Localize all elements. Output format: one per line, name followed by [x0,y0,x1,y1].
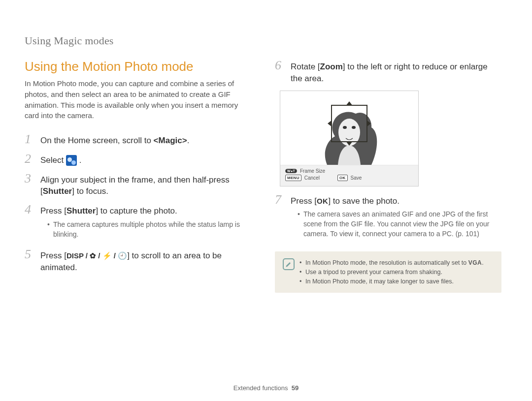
step-number: 7 [275,193,286,206]
handle-left-icon [328,120,332,127]
step-4-sublist: The camera captures multiple photos whil… [40,220,251,239]
save-label: Save [351,175,362,181]
handle-down-icon [346,141,353,146]
step-bold: <Magic> [154,136,187,145]
step-bold: Shutter [66,206,96,216]
step-1: 1 On the Home screen, scroll to <Magic>. [25,133,251,147]
step-text: Press [ [291,196,317,206]
step-text-post: ] to focus. [72,186,108,196]
ok-button-glyph: OK [317,196,329,206]
step-6: 6 Rotate [Zoom] to the left or right to … [275,59,501,85]
step-text: Rotate [ [291,62,320,71]
portrait-illustration [280,91,418,165]
step-7-subitem: The camera saves an animated GIF and one… [298,210,501,239]
step-text: Press [ [40,251,66,260]
breadcrumb: Using Magic modes [25,34,507,47]
step-text-post: . [187,136,190,145]
disp-icons: DISP / ✿ / ⚡ / 🕘 [66,250,127,261]
step-text: Select [40,155,66,165]
crop-focus-box [331,105,367,142]
note-item-2: Use a tripod to prevent your camera from… [299,268,484,277]
left-column: Using the Motion Photo mode In Motion Ph… [25,59,251,293]
step-7: 7 Press [OK] to save the photo. The came… [275,193,501,242]
step-2: 2 Select . [25,153,251,166]
step-text-post: ] to capture the photo. [96,206,177,216]
note-list: In Motion Photo mode, the resolution is … [299,258,484,286]
step-4: 4 Press [Shutter] to capture the photo. … [25,203,251,242]
camera-display-footer: W●T Frame Size MENU Cancel OK Save [280,165,418,186]
camera-display-illustration: W●T Frame Size MENU Cancel OK Save [280,91,419,186]
note-1-pre: In Motion Photo mode, the resolution is … [305,259,468,266]
handle-up-icon [346,101,353,106]
step-bold: Shutter [43,186,72,196]
footer-page-number: 59 [292,384,299,392]
step-number: 1 [25,133,35,146]
frame-size-label: Frame Size [300,168,325,174]
step-number: 2 [25,153,35,165]
step-7-sublist: The camera saves an animated GIF and one… [291,210,501,239]
section-title: Using the Motion Photo mode [25,59,251,74]
vga-icon: VGA [468,258,482,267]
camera-display-image [280,91,418,165]
step-bold: Zoom [320,62,343,71]
step-text: Press [ [40,206,66,216]
cancel-label: Cancel [304,175,320,181]
step-3: 3 Align your subject in the frame, and t… [25,172,251,198]
handle-right-icon [366,120,371,127]
ok-badge-icon: OK [337,175,348,181]
step-number: 6 [275,59,286,72]
footer-section: Extended functions [233,384,288,392]
step-number: 5 [25,248,35,261]
step-number: 4 [25,203,35,216]
wt-badge-icon: W●T [285,169,297,173]
note-item-3: In Motion Photo mode, it may take longer… [299,277,484,286]
note-box: In Motion Photo mode, the resolution is … [275,251,501,293]
page-footer: Extended functions 59 [0,384,532,392]
motion-photo-icon [66,155,77,166]
step-text-post: . [79,155,82,165]
intro-paragraph: In Motion Photo mode, you can capture an… [25,78,251,121]
note-item-1: In Motion Photo mode, the resolution is … [299,258,484,268]
step-5: 5 Press [DISP / ✿ / ⚡ / 🕘] to scroll to … [25,248,251,274]
menu-badge-icon: MENU [285,175,301,181]
note-pencil-icon [283,258,295,270]
content-columns: Using the Motion Photo mode In Motion Ph… [25,59,507,293]
step-number: 3 [25,172,35,185]
step-text-post: ] to save the photo. [328,196,399,206]
step-4-subitem: The camera captures multiple photos whil… [47,220,251,239]
note-1-post: . [482,259,483,266]
step-text: On the Home screen, scroll to [40,136,154,145]
right-column: 6 Rotate [Zoom] to the left or right to … [275,59,501,293]
